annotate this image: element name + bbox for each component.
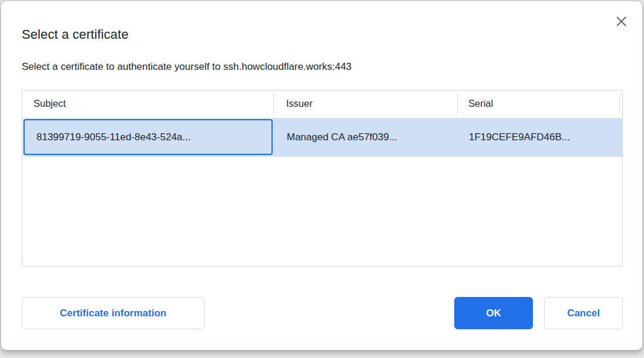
column-header-subject: Subject <box>33 98 66 109</box>
dialog-subtitle: Select a certificate to authenticate you… <box>22 61 351 73</box>
dialog-title: Select a certificate <box>22 27 129 42</box>
certificate-issuer-value: Managed CA ae57f039... <box>287 131 397 143</box>
ok-button[interactable]: OK <box>454 297 533 329</box>
certificate-issuer-cell[interactable]: Managed CA ae57f039... <box>287 118 397 157</box>
column-divider <box>457 93 458 114</box>
certificate-subject-cell[interactable]: 81399719-9055-11ed-8e43-524a... <box>24 119 273 155</box>
close-icon <box>616 16 626 26</box>
certificate-serial-cell[interactable]: 1F19CEFE9AFD46B... <box>469 118 570 157</box>
certificate-row-selected[interactable]: 81399719-9055-11ed-8e43-524a... Managed … <box>23 118 622 157</box>
column-header-serial: Serial <box>468 98 493 109</box>
certificate-serial-value: 1F19CEFE9AFD46B... <box>469 131 570 143</box>
close-button[interactable] <box>613 13 629 29</box>
certificate-table: Subject Issuer Serial 81399719-9055-11ed… <box>22 90 623 266</box>
certificate-select-dialog: Select a certificate Select a certificat… <box>1 1 643 350</box>
column-divider <box>273 93 274 114</box>
certificate-information-button[interactable]: Certificate information <box>22 297 204 329</box>
certificate-subject-value: 81399719-9055-11ed-8e43-524a... <box>36 131 190 143</box>
cancel-button[interactable]: Cancel <box>544 297 623 329</box>
column-header-issuer: Issuer <box>286 98 313 109</box>
table-header: Subject Issuer Serial <box>22 90 622 118</box>
column-divider <box>619 95 620 113</box>
